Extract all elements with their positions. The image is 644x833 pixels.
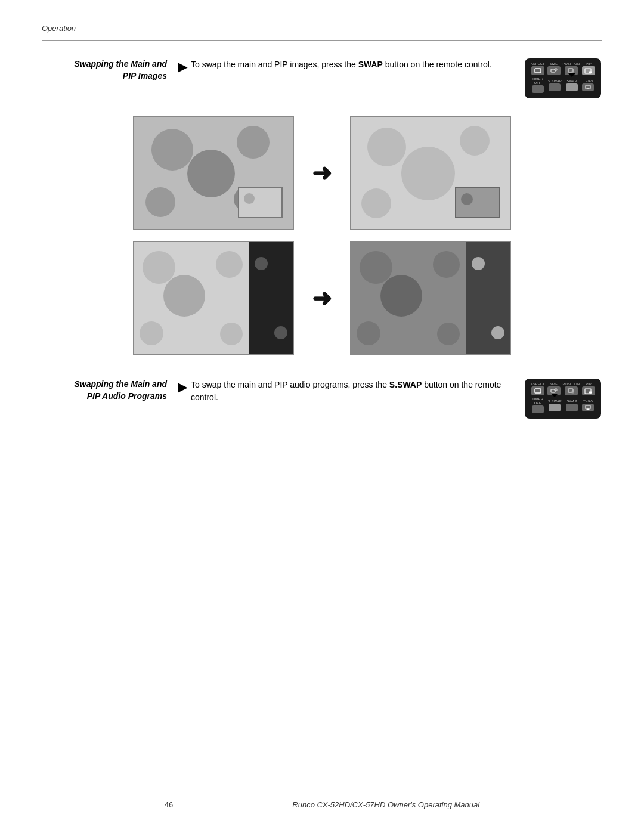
swap-arrow-indicator: [568, 73, 575, 77]
remote-btn-aspect[interactable]: [531, 66, 544, 75]
remote2-label-pip-text: PIP: [586, 382, 592, 386]
pap-circle-bl: [140, 321, 163, 345]
remote-btn-swap[interactable]: [566, 83, 578, 91]
remote2-label-tvav-text: TV/AV: [583, 400, 593, 403]
section1-label-col: Swapping the Main and PIP Images: [42, 58, 173, 82]
pap-diagram-arrow: ➜: [312, 286, 332, 310]
section1-row: Swapping the Main and PIP Images ▶ To sw…: [42, 58, 602, 98]
section1-label-line1: Swapping the Main and: [74, 59, 167, 69]
pip-diagram-arrow: ➜: [312, 161, 332, 185]
svg-rect-20: [587, 409, 589, 410]
circle-bl: [145, 187, 175, 217]
remote2-btn-tvav[interactable]: [582, 404, 594, 411]
circle-bl-after: [361, 188, 391, 218]
remote-bottom-labels-1: TIMER OFF S.SWAP SWAP: [530, 77, 596, 93]
diagrams-area: ➜: [42, 116, 602, 355]
footer-manual-title: Runco CX-52HD/CX-57HD Owner's Operating …: [292, 800, 479, 809]
remote-label-aspect: ASPECT: [531, 62, 545, 75]
remote-box-1: ASPECT SIZE POSITION: [525, 58, 601, 98]
remote2-label-aspect: ASPECT: [531, 382, 545, 395]
section2-label-col: Swapping the Main and PIP Audio Programs: [42, 379, 173, 402]
circle-tl-after: [367, 128, 406, 166]
circle-tr-after: [460, 126, 490, 156]
remote2-label-pip: PIP: [582, 382, 595, 395]
header-rule: [42, 40, 602, 41]
pap-after-right-circle-1: [472, 257, 485, 270]
remote-label-pip-text: PIP: [586, 62, 592, 66]
remote-control-2: ASPECT SIZE POSITION: [525, 379, 602, 419]
section2-row: Swapping the Main and PIP Audio Programs…: [42, 379, 602, 419]
remote2-btn-swap[interactable]: [566, 404, 578, 411]
remote2-label-position: POSITION: [563, 382, 580, 395]
svg-rect-10: [587, 89, 589, 90]
pip-inset-circle: [244, 193, 255, 204]
remote-btn-timer[interactable]: [532, 85, 544, 93]
remote-label-off-text: OFF: [534, 81, 541, 85]
remote2-btn-aspect[interactable]: [531, 386, 544, 395]
circle-tl: [151, 129, 193, 171]
pip-inset-before: [238, 187, 283, 218]
svg-rect-8: [586, 85, 590, 89]
remote2-btn-sswap[interactable]: [549, 404, 561, 411]
remote2-btn-timer[interactable]: [532, 405, 544, 413]
pip-before-box: [133, 116, 294, 230]
remote2-label-timer-text: TIMER: [532, 397, 543, 401]
page-container: Operation Swapping the Main and PIP Imag…: [0, 0, 644, 833]
section1-arrow: ▶: [178, 60, 187, 74]
remote-label-swap-text: SWAP: [567, 79, 577, 83]
pap-circle-center: [163, 275, 205, 317]
section1-text-after: button on the remote control.: [383, 60, 492, 69]
page-footer: 46 Runco CX-52HD/CX-57HD Owner's Operati…: [0, 800, 644, 809]
remote2-label-off-text: OFF: [534, 401, 541, 405]
circle-center: [187, 150, 235, 197]
remote-label-pip: PIP: [582, 62, 595, 75]
remote-label-position-text: POSITION: [563, 62, 580, 66]
footer-page-num: 46: [165, 800, 173, 809]
pap-after-circle-center: [380, 275, 422, 317]
svg-rect-17: [589, 391, 592, 393]
pap-after-circle-bl: [357, 321, 380, 345]
remote-btn-pip[interactable]: [582, 66, 595, 75]
pap-diagram-row: ➜: [133, 241, 511, 355]
section1-text-bold: SWAP: [358, 60, 383, 69]
remote-label-swap: SWAP: [566, 79, 578, 91]
svg-rect-6: [589, 71, 592, 73]
remote-bottom-labels-2: TIMER OFF S.SWAP: [530, 397, 596, 413]
section2-label-line2: PIP Audio Programs: [87, 391, 167, 401]
section2-label-line1: Swapping the Main and: [74, 379, 167, 389]
pip-inset-circle-after: [461, 193, 473, 205]
remote-control-1: ASPECT SIZE POSITION: [525, 58, 602, 98]
remote-label-timer: TIMER OFF: [532, 77, 544, 93]
circle-tr: [237, 126, 270, 159]
svg-rect-19: [586, 405, 590, 409]
svg-marker-18: [551, 394, 558, 397]
pap-circle-br: [220, 323, 243, 345]
circle-center-after: [401, 147, 455, 200]
pap-after-circle-tl: [360, 251, 392, 284]
section1-content: To swap the main and PIP images, press t…: [191, 58, 602, 98]
remote2-label-size-text: SIZE: [550, 382, 558, 386]
pap-after-circle-tr: [433, 251, 460, 278]
remote2-label-sswap: S.SWAP: [548, 400, 562, 411]
pap-right-after: [466, 242, 510, 354]
remote-btn-size[interactable]: [547, 66, 561, 75]
remote2-label-tvav: TV/AV: [582, 400, 594, 411]
remote-btn-sswap[interactable]: [549, 83, 561, 91]
section2-text: To swap the main and PIP audio programs,…: [191, 379, 513, 404]
remote2-btn-pip[interactable]: [582, 386, 595, 395]
remote2-btn-position[interactable]: [565, 386, 578, 395]
pap-left-after: [351, 242, 466, 354]
remote2-label-timer: TIMER OFF: [532, 397, 544, 413]
pip-diagram-row: ➜: [133, 116, 511, 230]
pap-before-box: [133, 241, 294, 355]
remote2-label-sswap-text: S.SWAP: [548, 400, 562, 403]
remote-btn-tvav[interactable]: [582, 83, 594, 91]
pap-circle-tr: [216, 251, 243, 278]
pap-left-before: [134, 242, 249, 354]
svg-marker-7: [568, 73, 575, 77]
pip-inset-after: [455, 187, 500, 218]
remote-label-sswap: S.SWAP: [548, 79, 562, 91]
remote-label-aspect-text: ASPECT: [531, 62, 545, 66]
svg-rect-3: [568, 69, 573, 72]
remote-label-timer-text: TIMER: [532, 77, 543, 80]
